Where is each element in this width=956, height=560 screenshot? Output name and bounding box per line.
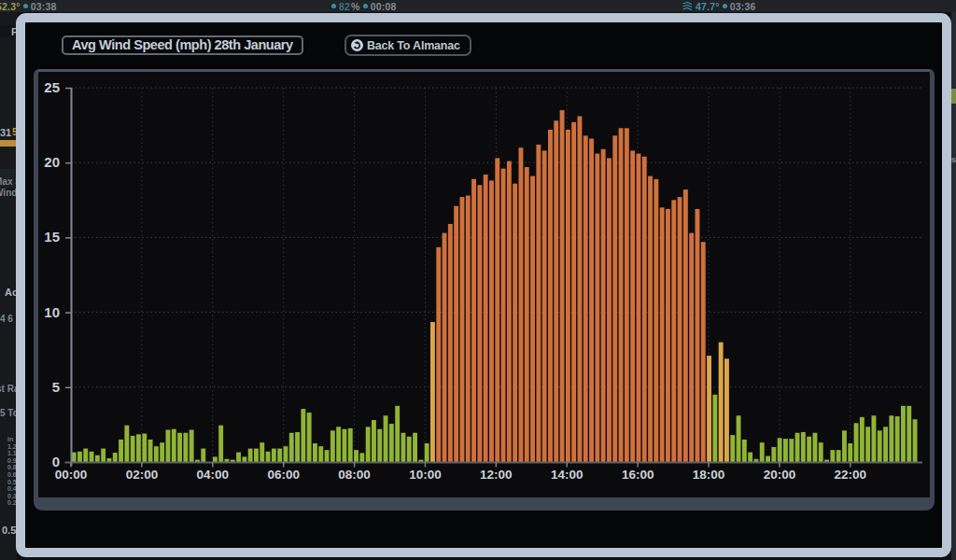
chart-title-box: Avg Wind Speed (mph) 28th January — [62, 35, 303, 55]
y-axis-label: 20 — [44, 154, 60, 170]
wind-bar — [236, 453, 241, 462]
wind-bar — [366, 427, 371, 462]
x-axis-label: 00:00 — [55, 468, 88, 482]
wind-bar — [348, 428, 353, 462]
wind-speed-bar-chart: 051015202500:0002:0004:0006:0008:0010:00… — [38, 72, 930, 497]
wind-bar — [501, 169, 506, 462]
x-axis-label: 18:00 — [693, 468, 725, 482]
x-axis-label: 20:00 — [764, 468, 796, 482]
wind-bar — [789, 439, 794, 462]
wind-bar — [778, 438, 782, 462]
x-axis-label: 04:00 — [197, 468, 230, 482]
status-bar: 52.3° 03:38 82% 00:08 47.7° 03:36 — [0, 0, 956, 12]
wind-bar — [666, 209, 670, 462]
status-left: 52.3° 03:38 — [0, 0, 57, 12]
wind-bar — [783, 439, 788, 462]
wind-bar — [218, 426, 223, 462]
wind-bar — [107, 458, 112, 462]
wind-bar — [860, 417, 865, 462]
wind-bar — [401, 433, 406, 462]
status-right-time: 03:36 — [730, 1, 756, 12]
wind-bar — [813, 433, 818, 462]
back-to-almanac-button[interactable]: Back To Almanac — [344, 35, 471, 56]
wind-bar — [737, 415, 741, 462]
wind-bar — [131, 436, 135, 462]
wind-bar — [848, 443, 852, 462]
wind-bar — [166, 430, 171, 462]
wind-bar — [260, 442, 264, 462]
wind-bar — [295, 432, 300, 462]
wind-bar — [154, 446, 159, 462]
humidity-readout: 82 — [339, 1, 350, 12]
status-dot-icon — [23, 4, 28, 8]
windchill-readout: 47.7° — [696, 1, 720, 12]
wind-bar — [413, 433, 417, 462]
wind-bar — [113, 453, 118, 462]
x-axis-label: 06:00 — [267, 468, 300, 482]
wind-bar — [625, 128, 629, 462]
wind-bar — [878, 430, 882, 462]
wind-bar — [77, 452, 82, 462]
wind-bar — [513, 184, 517, 462]
wind-bar — [595, 154, 599, 462]
wind-bar — [801, 432, 806, 462]
wind-bar — [124, 426, 129, 462]
chart-panel: 051015202500:0002:0004:0006:0008:0010:00… — [34, 69, 935, 511]
wind-bar — [612, 135, 617, 462]
wind-bar — [190, 430, 194, 462]
wind-bar — [865, 427, 870, 462]
wind-bar — [748, 453, 752, 462]
wind-bar — [536, 145, 541, 462]
wind-bar — [719, 343, 724, 462]
sidebar-amber-bar — [0, 140, 17, 147]
wind-bar — [637, 154, 641, 462]
wind-bar — [372, 420, 376, 462]
x-axis-label: 08:00 — [338, 468, 371, 482]
wind-bar — [148, 440, 153, 462]
wind-bar — [671, 200, 676, 462]
wind-bar — [730, 435, 735, 462]
status-mid: 82% 00:08 — [331, 0, 397, 12]
sidebar-fragment: 4 6 — [0, 314, 13, 324]
wind-bar — [507, 161, 512, 462]
wind-bar — [883, 427, 888, 462]
wind-bar — [325, 450, 330, 462]
x-axis-label: 10:00 — [409, 468, 442, 482]
wind-bar — [443, 233, 447, 462]
wind-bar — [477, 185, 482, 462]
wind-bar — [836, 450, 841, 462]
wind-bar — [313, 443, 317, 462]
wind-bar — [119, 440, 123, 462]
wind-bar — [454, 206, 458, 462]
wind-chart-modal: Avg Wind Speed (mph) 28th January Back T… — [16, 13, 951, 557]
y-axis-label: 25 — [44, 79, 60, 95]
status-mid-time: 00:08 — [371, 1, 397, 12]
wind-bar — [560, 110, 565, 462]
wind-bar — [248, 449, 253, 462]
wind-bar — [384, 415, 388, 462]
sidebar-fragment: Max S — [0, 176, 17, 187]
wind-bar — [683, 189, 688, 462]
wind-bar — [525, 167, 529, 462]
x-axis-label: 22:00 — [835, 468, 867, 482]
wind-bar — [895, 416, 900, 462]
status-dot-icon — [331, 4, 336, 8]
wind-bar — [654, 179, 658, 462]
wind-bar — [601, 149, 606, 462]
back-arrow-icon — [351, 39, 363, 51]
wind-bar — [648, 176, 653, 462]
wind-bar — [630, 150, 635, 462]
wind-bar — [289, 433, 294, 462]
wind-bar — [318, 446, 323, 462]
sidebar-fragment: 5 To — [0, 408, 17, 418]
wind-bar — [343, 429, 347, 462]
wind-bar — [277, 449, 282, 462]
wind-bar — [436, 247, 441, 462]
outdoor-temp-readout: 52.3° — [0, 1, 21, 12]
status-dot-icon — [723, 4, 727, 8]
wind-bar — [460, 197, 465, 462]
wind-bar — [213, 456, 218, 462]
wind-bar — [907, 406, 911, 462]
wind-bar — [101, 449, 105, 462]
status-right: 47.7° 03:36 — [682, 0, 756, 12]
